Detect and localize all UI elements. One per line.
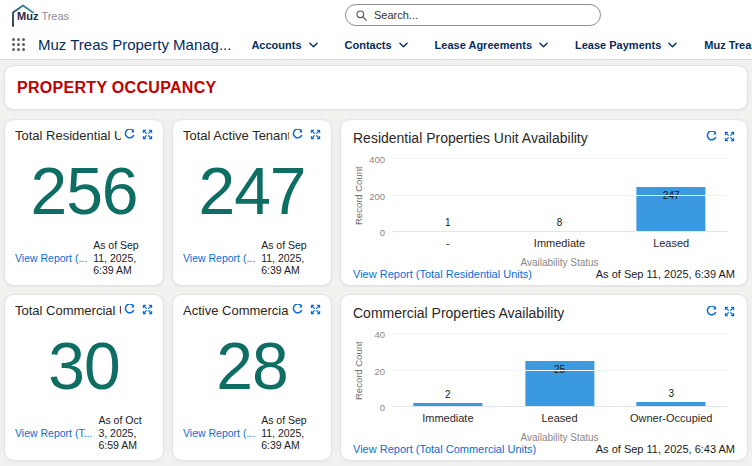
as-of-timestamp: As of Sep 11, 2025, 6:39 AM <box>93 239 153 277</box>
chevron-down-icon <box>309 42 318 48</box>
refresh-icon[interactable] <box>124 304 135 315</box>
page-title: PROPERTY OCCUPANCY <box>17 79 217 97</box>
as-of-timestamp: As of Sep 11, 2025, 6:39 AM <box>261 414 321 452</box>
bar-chart-residential: Record Count 0200400 18247 -ImmediateLea… <box>353 159 735 268</box>
bar-chart-commercial: Record Count 02040 2253 ImmediateLeasedO… <box>353 334 735 443</box>
category-label: Leased <box>504 412 616 424</box>
bar-value-label: 2 <box>445 389 451 400</box>
refresh-icon[interactable] <box>292 129 303 140</box>
top-bar: MuzTreas Search... <box>0 0 752 30</box>
gridline <box>392 406 727 407</box>
gridline <box>392 231 727 232</box>
tab-label: Lease Agreements <box>435 39 532 51</box>
y-tick: 20 <box>374 365 385 376</box>
y-tick: 40 <box>374 329 385 340</box>
dashboard-title-panel: PROPERTY OCCUPANCY <box>4 65 748 110</box>
refresh-icon[interactable] <box>706 131 717 142</box>
tab-label: Muz Treas Properties <box>704 39 752 51</box>
category-label: Immediate <box>392 412 504 424</box>
x-axis-label: Availability Status <box>392 257 727 268</box>
bar-value-label: 8 <box>557 217 563 228</box>
kpi-metric-value: 28 <box>183 318 321 414</box>
card-title: Active Commercial Tena... <box>183 303 289 318</box>
app-navigation-bar: Muz Treas Property Manag... Accounts Con… <box>0 30 752 60</box>
refresh-icon[interactable] <box>706 306 717 317</box>
card-title: Total Commercial Units <box>15 303 121 318</box>
logo-text-bold: Muz <box>17 10 38 22</box>
view-report-link[interactable]: View Report (Total Residential Units) <box>353 268 532 280</box>
tab-lease-payments[interactable]: Lease Payments <box>575 39 677 51</box>
chart-card-commercial-availability: Commercial Properties Availability Recor… <box>340 294 748 461</box>
card-title: Total Residential Units <box>15 128 121 143</box>
expand-icon[interactable] <box>142 129 153 140</box>
as-of-timestamp: As of Sep 11, 2025, 6:39 AM <box>261 239 321 277</box>
kpi-metric-value: 256 <box>15 143 153 239</box>
as-of-timestamp: As of Sep 11, 2025, 6:43 AM <box>596 443 735 455</box>
view-report-link[interactable]: View Report (Total Commercial Units) <box>353 443 536 455</box>
expand-icon[interactable] <box>310 304 321 315</box>
gridline <box>392 333 727 334</box>
expand-icon[interactable] <box>724 306 735 317</box>
kpi-card-active-commercial-tenants: Active Commercial Tena... 28 View Report… <box>172 294 332 461</box>
chevron-down-icon <box>399 42 408 48</box>
category-label: Leased <box>615 237 727 249</box>
tab-label: Lease Payments <box>575 39 661 51</box>
bar-value-label: 1 <box>445 217 451 228</box>
category-label: - <box>392 237 504 249</box>
card-title: Total Active Tenants <box>183 128 289 143</box>
view-report-link[interactable]: View Report (... <box>183 252 255 264</box>
x-axis-categories: -ImmediateLeased <box>392 237 727 249</box>
y-axis-label: Record Count <box>353 159 364 232</box>
kpi-metric-value: 30 <box>15 318 153 414</box>
y-tick: 200 <box>369 190 385 201</box>
tab-muz-treas-properties[interactable]: Muz Treas Properties <box>704 39 752 51</box>
tab-label: Contacts <box>345 39 392 51</box>
nav-tabs: Accounts Contacts Lease Agreements Lease… <box>251 39 752 51</box>
search-input[interactable]: Search... <box>345 4 601 26</box>
app-launcher-icon[interactable] <box>12 38 25 51</box>
refresh-icon[interactable] <box>124 129 135 140</box>
tab-lease-agreements[interactable]: Lease Agreements <box>435 39 548 51</box>
expand-icon[interactable] <box>724 131 735 142</box>
logo-text: MuzTreas <box>17 10 69 22</box>
dashboard-main: PROPERTY OCCUPANCY Total Residential Uni… <box>0 60 752 466</box>
dashboard-grid: Total Residential Units 256 View Report … <box>4 119 748 461</box>
gridline <box>392 195 727 196</box>
search-placeholder: Search... <box>374 9 418 21</box>
search-icon <box>356 10 367 21</box>
y-axis-ticks: 0200400 <box>364 159 392 232</box>
tab-label: Accounts <box>251 39 301 51</box>
tab-contacts[interactable]: Contacts <box>345 39 408 51</box>
view-report-link[interactable]: View Report (... <box>183 427 255 439</box>
muz-treas-logo: MuzTreas <box>10 3 80 28</box>
y-tick: 0 <box>380 402 385 413</box>
y-axis-label: Record Count <box>353 334 364 407</box>
as-of-timestamp: As of Oct 3, 2025, 6:59 AM <box>98 414 153 452</box>
as-of-timestamp: As of Sep 11, 2025, 6:39 AM <box>596 268 735 280</box>
x-axis-label: Availability Status <box>392 432 727 443</box>
plot-area: 18247 <box>392 159 727 232</box>
y-axis-ticks: 02040 <box>364 334 392 407</box>
kpi-card-total-commercial-units: Total Commercial Units 30 View Report (T… <box>4 294 164 461</box>
category-label: Immediate <box>504 237 616 249</box>
kpi-metric-value: 247 <box>183 143 321 239</box>
card-title: Residential Properties Unit Availability <box>353 130 588 146</box>
expand-icon[interactable] <box>142 304 153 315</box>
logo-text-light: Treas <box>41 10 69 22</box>
expand-icon[interactable] <box>310 129 321 140</box>
plot-area: 2253 <box>392 334 727 407</box>
y-tick: 400 <box>369 154 385 165</box>
chart-card-residential-unit-availability: Residential Properties Unit Availability… <box>340 119 748 286</box>
kpi-card-total-active-tenants: Total Active Tenants 247 View Report (..… <box>172 119 332 286</box>
refresh-icon[interactable] <box>292 304 303 315</box>
app-name[interactable]: Muz Treas Property Manag... <box>38 36 231 53</box>
gridline <box>392 370 727 371</box>
gridline <box>392 158 727 159</box>
bar-value-label: 3 <box>668 388 674 399</box>
view-report-link[interactable]: View Report (... <box>15 252 87 264</box>
view-report-link[interactable]: View Report (T... <box>15 427 92 439</box>
card-title: Commercial Properties Availability <box>353 305 564 321</box>
category-label: Owner-Occupied <box>615 412 727 424</box>
chevron-down-icon <box>668 42 677 48</box>
tab-accounts[interactable]: Accounts <box>251 39 317 51</box>
